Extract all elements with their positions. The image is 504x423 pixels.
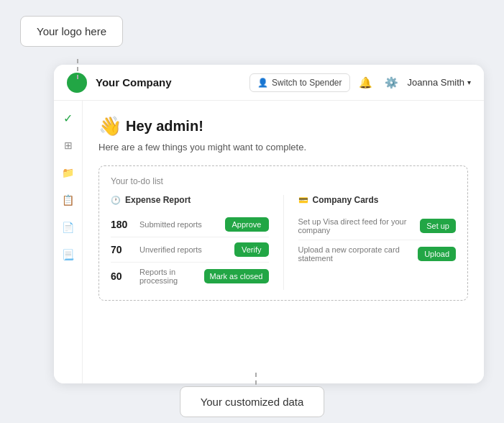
content-area: 👋 Hey admin! Here are a few things you m… <box>83 101 484 383</box>
main-body: ✓ ⊞ 📁 📋 📄 📃 👋 Hey admin! Here are a few … <box>54 101 484 383</box>
company-card-row-1: Upload a new corporate card statement Up… <box>298 240 457 268</box>
expense-report-label: Expense Report <box>125 195 191 205</box>
custom-data-label: Your customized data <box>201 396 304 408</box>
todo-container: Your to-do list 🕐 Expense Report 180 Sub… <box>98 165 468 301</box>
expense-number-1: 70 <box>111 244 134 255</box>
expense-report-header: 🕐 Expense Report <box>111 195 269 205</box>
main-card: Your Company 👤 Switch to Spender 🔔 ⚙️ Jo… <box>54 65 484 383</box>
expense-report-col: 🕐 Expense Report 180 Submitted reports A… <box>111 195 269 290</box>
todo-title: Your to-do list <box>111 176 456 186</box>
nav-actions: 👤 Switch to Spender 🔔 ⚙️ Joanna Smith ▾ <box>249 73 471 93</box>
card-icon: 💳 <box>298 196 308 205</box>
verify-button[interactable]: Verify <box>234 242 269 257</box>
greeting-text: Hey admin! <box>126 118 203 135</box>
sidebar-item-check[interactable]: ✓ <box>60 109 77 127</box>
greeting-heading: 👋 Hey admin! <box>98 115 468 137</box>
greeting-emoji: 👋 <box>98 115 122 137</box>
approve-button[interactable]: Approve <box>225 217 269 232</box>
expense-desc-1: Unverified reports <box>139 245 229 254</box>
sidebar-item-folder[interactable]: 📁 <box>60 164 77 181</box>
user-name: Joanna Smith <box>408 77 465 88</box>
sidebar-item-document[interactable]: 📃 <box>60 246 77 263</box>
company-card-desc-0: Set up Visa direct feed for your company <box>298 217 415 235</box>
switch-spender-label: Switch to Spender <box>272 78 342 88</box>
top-nav: Your Company 👤 Switch to Spender 🔔 ⚙️ Jo… <box>54 65 484 101</box>
sidebar-item-grid[interactable]: ⊞ <box>60 137 77 154</box>
upload-button[interactable]: Upload <box>418 247 456 261</box>
clock-icon: 🕐 <box>111 196 121 205</box>
settings-icon-button[interactable]: ⚙️ <box>382 73 402 93</box>
expense-row-1: 70 Unverified reports Verify <box>111 237 269 263</box>
expense-desc-2: Reports in processing <box>139 268 198 285</box>
company-cards-label: Company Cards <box>313 195 379 205</box>
company-card-row-0: Set up Visa direct feed for your company… <box>298 212 457 240</box>
chevron-down-icon: ▾ <box>467 78 471 86</box>
column-divider <box>283 195 284 290</box>
sidebar: ✓ ⊞ 📁 📋 📄 📃 <box>54 101 83 383</box>
page-wrapper: Your logo here Your customized data Your… <box>0 0 504 423</box>
expense-row-2: 60 Reports in processing Mark as closed <box>111 263 269 290</box>
expense-row-0: 180 Submitted reports Approve <box>111 212 269 237</box>
sidebar-item-file[interactable]: 📄 <box>60 219 77 236</box>
greeting-subtext: Here are a few things you might want to … <box>98 142 468 153</box>
expense-desc-0: Submitted reports <box>139 220 219 229</box>
expense-number-0: 180 <box>111 219 134 230</box>
user-menu[interactable]: Joanna Smith ▾ <box>408 77 472 88</box>
logo-box: Your logo here <box>20 16 123 47</box>
switch-spender-button[interactable]: 👤 Switch to Spender <box>249 73 349 92</box>
dashed-line-top <box>77 59 78 79</box>
company-cards-header: 💳 Company Cards <box>298 195 457 205</box>
todo-columns: 🕐 Expense Report 180 Submitted reports A… <box>111 195 456 290</box>
expense-number-2: 60 <box>111 270 134 282</box>
setup-button[interactable]: Set up <box>420 219 456 233</box>
mark-closed-button[interactable]: Mark as closed <box>204 269 269 283</box>
custom-data-box: Your customized data <box>180 386 325 417</box>
logo-label: Your logo here <box>37 25 106 37</box>
company-card-desc-1: Upload a new corporate card statement <box>298 245 413 263</box>
company-cards-col: 💳 Company Cards Set up Visa direct feed … <box>298 195 457 290</box>
sidebar-item-clipboard[interactable]: 📋 <box>60 191 77 209</box>
bell-icon-button[interactable]: 🔔 <box>356 73 376 93</box>
nav-company: Your Company <box>96 76 249 88</box>
person-icon: 👤 <box>257 78 268 88</box>
